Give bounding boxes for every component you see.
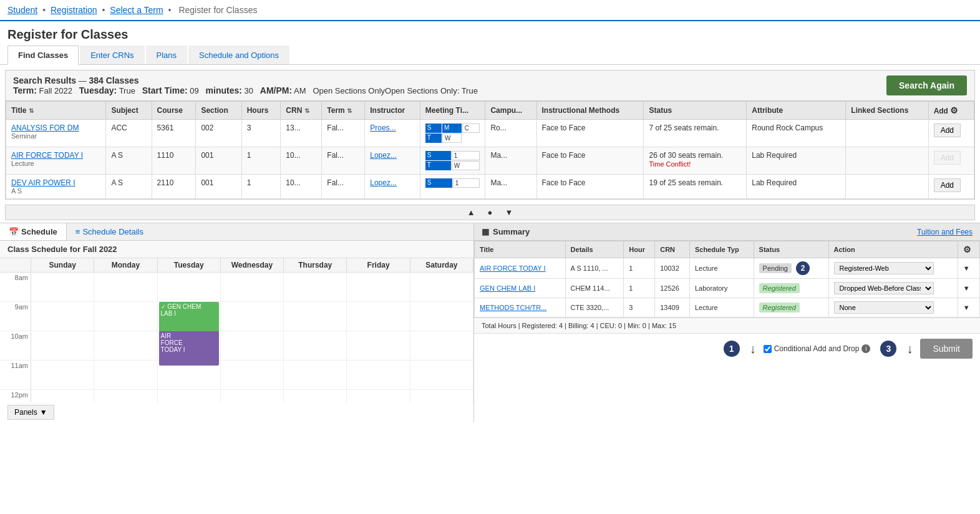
table-row: ANALYSIS FOR DM Seminar ACC 5361 002 3 1…: [6, 120, 974, 147]
col-sunday: Sunday: [31, 258, 94, 272]
panels-button[interactable]: Panels ▼: [7, 405, 54, 420]
sum-col-schedule-type: Schedule Typ: [689, 241, 754, 258]
sum-cell-status: Registered: [754, 298, 828, 318]
summary-panel: ▦ Summary Tuition and Fees Title Details…: [474, 223, 980, 422]
col-friday: Friday: [347, 258, 410, 272]
sum-col-settings[interactable]: ⚙: [958, 241, 979, 258]
results-table: Title ⇅ Subject Course Section Hours CRN…: [6, 101, 974, 199]
col-crn: CRN ⇅: [281, 102, 322, 120]
breadcrumb-registration[interactable]: Registration: [51, 5, 97, 15]
class-title-link[interactable]: ANALYSIS FOR DM: [11, 124, 79, 132]
tab-find-classes[interactable]: Find Classes: [7, 46, 79, 65]
search-again-button[interactable]: Search Again: [886, 75, 967, 95]
calendar-grid: Sunday Monday Tuesday Wednesday Thursday…: [0, 258, 473, 402]
cell-instructor: Lopez...: [365, 147, 420, 175]
add-class-button[interactable]: Add: [934, 124, 961, 137]
breadcrumb-select-term[interactable]: Select a Term: [110, 5, 163, 15]
sum-cell-expand[interactable]: ▼: [958, 298, 979, 318]
gear-icon[interactable]: ⚙: [950, 105, 958, 115]
sum-cell-schedule-type: Lecture: [689, 298, 754, 318]
sum-cell-title: METHODS TCH/TR...: [475, 298, 566, 318]
page-title: Register for Classes: [0, 21, 980, 46]
sum-cell-action[interactable]: NoneWeb Drop: [828, 298, 958, 318]
bottom-split: 📅 Schedule ≡ Schedule Details Class Sche…: [0, 223, 980, 422]
cell-term: Fal...: [322, 120, 365, 147]
status-badge: Pending: [759, 263, 792, 273]
breadcrumb-student[interactable]: Student: [7, 5, 37, 15]
search-results-header: Search Results — 384 Classes Term: Fall …: [6, 70, 974, 101]
cell-attribute: Lab Required: [747, 147, 846, 175]
cell-hours: 3: [241, 120, 281, 147]
sum-cell-action[interactable]: Dropped Web-Before Classes BeginNone: [828, 279, 958, 298]
class-schedule-title: Class Schedule for Fall 2022: [0, 241, 473, 258]
sum-cell-expand[interactable]: ▼: [958, 279, 979, 298]
cell-campus: Ro...: [485, 120, 536, 147]
arrow-down-1: ↓: [750, 342, 756, 356]
scroll-down-icon[interactable]: ▼: [505, 208, 513, 217]
cell-linked-sections: [846, 120, 928, 147]
summary-table: Title Details Hour CRN Schedule Typ Stat…: [474, 241, 980, 318]
summary-row: GEN CHEM LAB I CHEM 114... 1 12526 Labor…: [475, 279, 980, 298]
tab-enter-crns[interactable]: Enter CRNs: [80, 46, 144, 64]
scroll-arrows: ▲ ● ▼: [5, 205, 975, 220]
tab-schedule[interactable]: 📅 Schedule: [0, 223, 67, 240]
status-badge: Registered: [759, 303, 800, 313]
sum-cell-action[interactable]: Registered-WebWeb DropNone: [828, 258, 958, 279]
col-title: Title ⇅: [6, 102, 106, 120]
cell-course: 5361: [152, 120, 196, 147]
action-select[interactable]: NoneWeb Drop: [834, 301, 934, 314]
status-badge: Registered: [759, 283, 800, 293]
cell-add: Add: [928, 120, 974, 147]
action-select[interactable]: Registered-WebWeb DropNone: [834, 262, 934, 274]
tuition-and-fees-link[interactable]: Tuition and Fees: [917, 228, 973, 236]
results-title: Search Results: [13, 75, 76, 85]
sum-col-details: Details: [565, 241, 624, 258]
class-title-link[interactable]: DEV AIR POWER I: [11, 178, 75, 187]
schedule-panel: 📅 Schedule ≡ Schedule Details Class Sche…: [0, 223, 474, 422]
add-class-button[interactable]: Add: [934, 151, 961, 165]
table-row: AIR FORCE TODAY I Lecture A S 1110 001 1…: [6, 147, 974, 175]
conditional-checkbox[interactable]: [764, 345, 772, 353]
action-select[interactable]: Dropped Web-Before Classes BeginNone: [834, 282, 934, 294]
cell-attribute: Lab Required: [747, 175, 846, 199]
tab-schedule-details[interactable]: ≡ Schedule Details: [67, 223, 152, 240]
tab-plans[interactable]: Plans: [146, 46, 188, 64]
cell-linked-sections: [846, 175, 928, 199]
cell-subject: A S: [106, 175, 152, 199]
badge-2: 2: [796, 261, 810, 275]
cell-term: Fal...: [322, 175, 365, 199]
table-row: DEV AIR POWER I A S A S 2110 001 1 10...…: [6, 175, 974, 199]
bottom-controls: 1 ↓ Conditional Add and Drop i 3 ↓ Submi…: [474, 333, 980, 364]
tab-schedule-options[interactable]: Schedule and Options: [188, 46, 289, 64]
sum-cell-details: CHEM 114...: [565, 279, 624, 298]
cell-title: DEV AIR POWER I A S: [6, 175, 106, 199]
cell-course: 2110: [152, 175, 196, 199]
scroll-up-icon[interactable]: ▲: [467, 208, 475, 217]
cell-campus: Ma...: [485, 175, 536, 199]
cell-status: 26 of 30 seats remain.Time Conflict!: [644, 147, 747, 175]
badge-1: 1: [724, 341, 740, 357]
col-term: Term ⇅: [322, 102, 365, 120]
summary-row: METHODS TCH/TR... CTE 3320,... 3 13409 L…: [475, 298, 980, 318]
sum-cell-details: CTE 3320,...: [565, 298, 624, 318]
cell-linked-sections: [846, 147, 928, 175]
time-row-10am: 10am AIRFORCETODAY I: [0, 331, 473, 361]
sum-cell-title: GEN CHEM LAB I: [475, 279, 566, 298]
class-title-link[interactable]: AIR FORCE TODAY I: [11, 151, 83, 160]
sum-cell-crn: 10032: [655, 258, 690, 279]
cell-meeting-times: S1: [420, 175, 485, 199]
col-thursday: Thursday: [284, 258, 347, 272]
col-monday: Monday: [94, 258, 157, 272]
submit-button[interactable]: Submit: [920, 339, 973, 359]
sum-cell-title: AIR FORCE TODAY I: [475, 258, 566, 279]
info-icon[interactable]: i: [861, 344, 870, 353]
table-icon: ▦: [482, 227, 489, 236]
cell-crn: 10...: [281, 147, 322, 175]
cell-meeting-times: S1TW: [420, 147, 485, 175]
cell-section: 001: [196, 175, 241, 199]
arrow-down-3: ↓: [906, 342, 913, 356]
breadcrumb-current: Register for Classes: [178, 5, 257, 15]
add-class-button[interactable]: Add: [934, 178, 961, 192]
col-instructional-methods: Instructional Methods: [536, 102, 644, 120]
sum-cell-expand[interactable]: ▼: [958, 258, 979, 279]
